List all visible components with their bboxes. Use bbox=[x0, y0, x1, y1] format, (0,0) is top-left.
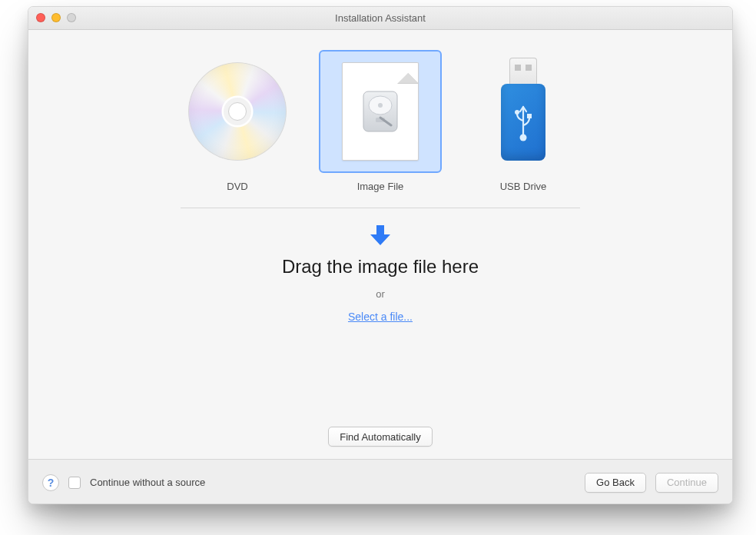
help-icon: ? bbox=[48, 477, 55, 489]
source-option-dvd[interactable]: DVD bbox=[176, 50, 299, 192]
installation-assistant-window: Installation Assistant DVD bbox=[28, 6, 733, 504]
source-option-image-file[interactable]: Image File bbox=[319, 50, 442, 192]
go-back-button[interactable]: Go Back bbox=[585, 473, 646, 493]
image-file-icon bbox=[319, 50, 442, 173]
source-option-label: USB Drive bbox=[500, 181, 547, 192]
source-selector: DVD bbox=[176, 50, 585, 192]
down-arrow-icon bbox=[367, 222, 393, 248]
content-area: DVD bbox=[28, 30, 732, 459]
svg-point-2 bbox=[378, 103, 383, 108]
footer-bar: ? Continue without a source Go Back Cont… bbox=[28, 459, 732, 504]
drop-zone-or-label: or bbox=[376, 288, 385, 300]
hard-disk-icon bbox=[359, 87, 402, 136]
usb-drive-icon bbox=[462, 50, 585, 173]
usb-symbol-icon bbox=[512, 102, 535, 142]
titlebar: Installation Assistant bbox=[28, 7, 732, 30]
find-automatically-button[interactable]: Find Automatically bbox=[328, 427, 433, 447]
dvd-icon bbox=[176, 50, 299, 173]
continue-button[interactable]: Continue bbox=[655, 473, 718, 493]
minimize-window-button[interactable] bbox=[51, 13, 61, 22]
close-window-button[interactable] bbox=[36, 13, 45, 22]
zoom-window-button[interactable] bbox=[67, 13, 76, 22]
source-option-label: DVD bbox=[227, 181, 247, 192]
help-button[interactable]: ? bbox=[42, 474, 59, 491]
svg-point-4 bbox=[515, 110, 519, 115]
window-title: Installation Assistant bbox=[335, 12, 426, 24]
select-file-link[interactable]: Select a file... bbox=[348, 311, 413, 323]
drop-zone-title: Drag the image file here bbox=[282, 256, 479, 277]
window-controls bbox=[36, 13, 76, 22]
svg-point-6 bbox=[520, 135, 527, 141]
svg-rect-5 bbox=[527, 114, 532, 118]
continue-without-source-label[interactable]: Continue without a source bbox=[90, 477, 205, 488]
continue-without-source-checkbox[interactable] bbox=[68, 477, 81, 489]
divider bbox=[181, 208, 580, 208]
source-option-label: Image File bbox=[357, 181, 404, 192]
source-option-usb-drive[interactable]: USB Drive bbox=[462, 50, 585, 192]
